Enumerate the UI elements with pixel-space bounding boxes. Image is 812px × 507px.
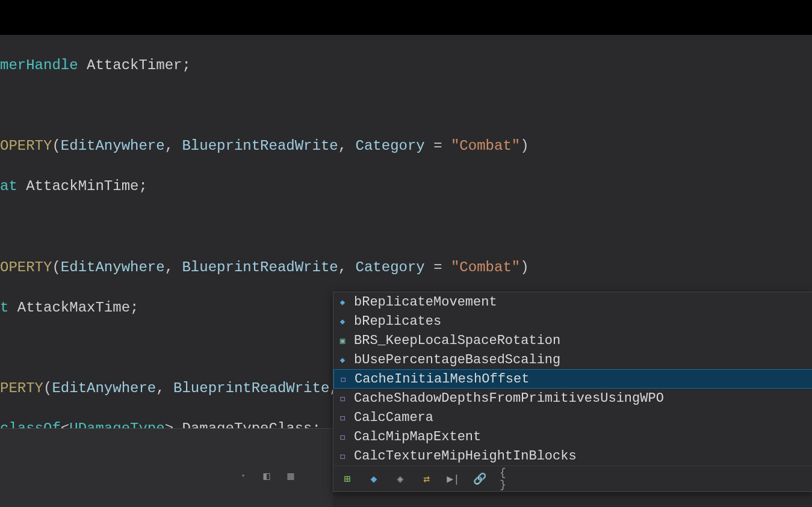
braces-icon[interactable]: { }: [500, 472, 513, 485]
swap-icon[interactable]: ⇄: [420, 472, 433, 485]
bottom-panel: ◧ ▦: [0, 428, 333, 507]
cube-icon[interactable]: ◈: [394, 472, 407, 485]
code-line: OPERTY(EditAnywhere, BlueprintReadWrite,…: [0, 257, 812, 278]
intellisense-label: CalcTextureMipHeightInBlocks: [354, 449, 577, 464]
method-icon: ◻: [337, 393, 348, 404]
intellisense-label: CalcMipMapExtent: [354, 429, 481, 444]
field-icon: ◆: [337, 316, 348, 327]
method-icon: ◻: [337, 412, 348, 423]
intellisense-popup[interactable]: ◆bReplicateMovement◆bReplicates▣BRS_Keep…: [333, 292, 812, 492]
intellisense-item[interactable]: ◆bUsePercentageBasedScaling: [333, 350, 812, 369]
code-line: merHandle AttackTimer;: [0, 55, 812, 76]
enum-icon: ▣: [337, 335, 348, 346]
tool-icon[interactable]: ◧: [259, 468, 274, 484]
type-token: merHandle: [0, 57, 78, 73]
bottom-toolbar: ◧ ▦: [235, 468, 299, 484]
method-icon: ◻: [337, 431, 348, 442]
intellisense-item[interactable]: ◻CalcMipMapExtent: [333, 427, 812, 446]
link-icon[interactable]: 🔗: [473, 472, 486, 485]
tool-icon[interactable]: ▦: [283, 468, 299, 484]
box-icon[interactable]: ◆: [367, 472, 380, 485]
method-icon: ◻: [338, 373, 349, 384]
intellisense-item[interactable]: ▣BRS_KeepLocalSpaceRotation: [333, 331, 812, 350]
intellisense-label: BRS_KeepLocalSpaceRotation: [354, 333, 560, 348]
code-line: at AttackMinTime;: [0, 176, 812, 197]
intellisense-label: CacheShadowDepthsFromPrimitivesUsingWPO: [354, 391, 664, 406]
intellisense-label: bReplicateMovement: [354, 295, 497, 310]
intellisense-item[interactable]: ◆bReplicateMovement: [333, 292, 812, 312]
field-icon: ◆: [337, 297, 348, 307]
intellisense-item[interactable]: ◻CalcTextureMipHeightInBlocks: [333, 446, 812, 466]
intellisense-item[interactable]: ◻CacheInitialMeshOffset: [333, 369, 812, 389]
next-icon[interactable]: ▶|: [447, 472, 460, 485]
add-icon[interactable]: ⊞: [341, 472, 354, 485]
field-icon: ◆: [337, 354, 348, 365]
intellisense-label: bUsePercentageBasedScaling: [354, 352, 560, 367]
dropdown-icon[interactable]: [235, 468, 250, 484]
intellisense-label: CacheInitialMeshOffset: [355, 372, 529, 387]
intellisense-item[interactable]: ◆bReplicates: [333, 312, 812, 331]
intellisense-item[interactable]: ◻CalcCamera: [333, 408, 812, 427]
code-line: [0, 96, 812, 116]
method-icon: ◻: [337, 450, 348, 461]
code-line: [0, 217, 812, 237]
intellisense-label: bReplicates: [354, 314, 441, 329]
intellisense-label: CalcCamera: [354, 410, 433, 425]
intellisense-item[interactable]: ◻CacheShadowDepthsFromPrimitivesUsingWPO: [333, 389, 812, 408]
code-line: OPERTY(EditAnywhere, BlueprintReadWrite,…: [0, 136, 812, 156]
intellisense-toolbar: ⊞ ◆ ◈ ⇄ ▶| 🔗 { }: [333, 466, 812, 491]
